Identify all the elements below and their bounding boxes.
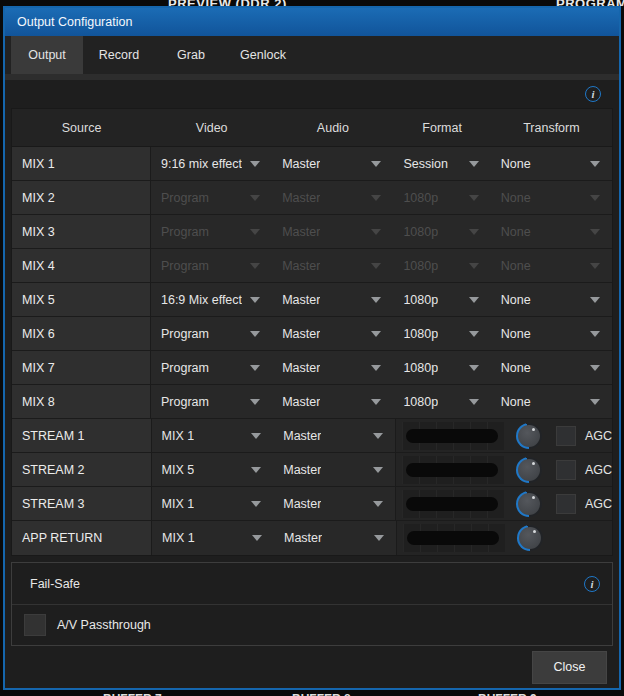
chevron-down-icon	[590, 161, 600, 167]
table-row: APP RETURN MIX 1 Master	[12, 521, 612, 555]
video-dropdown[interactable]: Program	[151, 181, 272, 214]
dialog-titlebar[interactable]: Output Configuration	[5, 8, 619, 36]
transform-dropdown[interactable]: None	[491, 249, 612, 282]
dialog-footer: Close	[11, 646, 613, 688]
volume-knob[interactable]	[516, 457, 542, 483]
transform-dropdown[interactable]: None	[491, 215, 612, 248]
info-icon[interactable]: i	[585, 86, 601, 102]
audio-dropdown[interactable]: Master	[273, 487, 395, 520]
chevron-down-icon	[371, 331, 381, 337]
row-source-label: MIX 2	[12, 181, 151, 214]
chevron-down-icon	[371, 229, 381, 235]
dialog-content: i SourceVideoAudioFormatTransform MIX 1 …	[5, 80, 619, 688]
column-header-transform: Transform	[491, 109, 612, 146]
chevron-down-icon	[469, 331, 479, 337]
chevron-down-icon	[371, 195, 381, 201]
chevron-down-icon	[250, 331, 260, 337]
volume-knob[interactable]	[516, 491, 542, 517]
row-source-label: STREAM 3	[12, 487, 152, 520]
video-dropdown[interactable]: Program	[151, 351, 272, 384]
transform-dropdown[interactable]: None	[491, 283, 612, 316]
audio-dropdown[interactable]: Master	[272, 147, 393, 180]
chevron-down-icon	[469, 229, 479, 235]
video-dropdown[interactable]: Program	[151, 249, 272, 282]
audio-meter-bar	[406, 497, 498, 511]
tab-genlock[interactable]: Genlock	[227, 36, 299, 74]
chevron-down-icon	[469, 195, 479, 201]
chevron-down-icon	[251, 501, 261, 507]
audio-level-meter	[402, 490, 504, 518]
format-dropdown[interactable]: 1080p	[393, 249, 490, 282]
background-buffer-label: BUFFER 7	[103, 692, 162, 696]
agc-checkbox[interactable]	[556, 494, 576, 514]
video-dropdown[interactable]: MIX 1	[152, 487, 274, 520]
chevron-down-icon	[251, 467, 261, 473]
tab-record[interactable]: Record	[83, 36, 155, 74]
row-source-label: APP RETURN	[12, 521, 152, 555]
row-source-label: MIX 1	[12, 147, 151, 180]
row-source-label: MIX 6	[12, 317, 151, 350]
audio-meter-bar	[406, 463, 498, 477]
transform-dropdown[interactable]: None	[491, 181, 612, 214]
table-row: STREAM 3 MIX 1 Master AGC	[12, 487, 612, 521]
format-dropdown[interactable]: 1080p	[393, 317, 490, 350]
format-dropdown[interactable]: 1080p	[393, 351, 490, 384]
volume-knob[interactable]	[517, 525, 543, 551]
volume-knob[interactable]	[516, 423, 542, 449]
audio-dropdown[interactable]: Master	[274, 521, 396, 555]
chevron-down-icon	[373, 433, 383, 439]
close-button[interactable]: Close	[532, 651, 607, 684]
audio-dropdown[interactable]: Master	[272, 181, 393, 214]
row-source-label: MIX 5	[12, 283, 151, 316]
format-dropdown[interactable]: 1080p	[393, 283, 490, 316]
tab-output[interactable]: Output	[11, 36, 83, 74]
audio-dropdown[interactable]: Master	[272, 385, 393, 418]
video-dropdown[interactable]: Program	[151, 385, 272, 418]
chevron-down-icon	[250, 263, 260, 269]
chevron-down-icon	[250, 365, 260, 371]
av-passthrough-checkbox[interactable]	[24, 614, 46, 636]
row-source-label: STREAM 1	[12, 419, 152, 452]
audio-dropdown[interactable]: Master	[272, 283, 393, 316]
audio-dropdown[interactable]: Master	[273, 453, 395, 486]
chevron-down-icon	[590, 399, 600, 405]
video-dropdown[interactable]: Program	[151, 215, 272, 248]
transform-dropdown[interactable]: None	[491, 385, 612, 418]
column-header-source: Source	[12, 109, 151, 146]
chevron-down-icon	[373, 467, 383, 473]
row-source-label: MIX 7	[12, 351, 151, 384]
video-dropdown[interactable]: 9:16 mix effect	[151, 147, 272, 180]
format-dropdown[interactable]: Session	[393, 147, 490, 180]
transform-dropdown[interactable]: None	[491, 317, 612, 350]
tab-grab[interactable]: Grab	[155, 36, 227, 74]
table-row: MIX 7 Program Master 1080p None	[12, 351, 612, 385]
audio-dropdown[interactable]: Master	[272, 215, 393, 248]
transform-dropdown[interactable]: None	[491, 147, 612, 180]
chevron-down-icon	[251, 433, 261, 439]
audio-dropdown[interactable]: Master	[272, 249, 393, 282]
format-dropdown[interactable]: 1080p	[393, 181, 490, 214]
chevron-down-icon	[469, 161, 479, 167]
video-dropdown[interactable]: MIX 5	[152, 453, 274, 486]
transform-dropdown[interactable]: None	[491, 351, 612, 384]
video-dropdown[interactable]: 16:9 Mix effect	[151, 283, 272, 316]
table-row: MIX 4 Program Master 1080p None	[12, 249, 612, 283]
video-dropdown[interactable]: MIX 1	[152, 521, 274, 555]
audio-dropdown[interactable]: Master	[273, 419, 395, 452]
audio-dropdown[interactable]: Master	[272, 351, 393, 384]
failsafe-section: Fail-Safe i A/V Passthrough	[11, 562, 613, 646]
audio-level-meter	[402, 456, 504, 484]
info-icon[interactable]: i	[584, 576, 600, 592]
format-dropdown[interactable]: 1080p	[393, 215, 490, 248]
video-dropdown[interactable]: Program	[151, 317, 272, 350]
audio-dropdown[interactable]: Master	[272, 317, 393, 350]
column-header-video: Video	[151, 109, 272, 146]
chevron-down-icon	[469, 297, 479, 303]
column-header-audio: Audio	[272, 109, 393, 146]
format-dropdown[interactable]: 1080p	[393, 385, 490, 418]
agc-checkbox[interactable]	[556, 460, 576, 480]
failsafe-title: Fail-Safe	[30, 577, 80, 591]
agc-checkbox[interactable]	[556, 426, 576, 446]
chevron-down-icon	[250, 161, 260, 167]
video-dropdown[interactable]: MIX 1	[152, 419, 274, 452]
